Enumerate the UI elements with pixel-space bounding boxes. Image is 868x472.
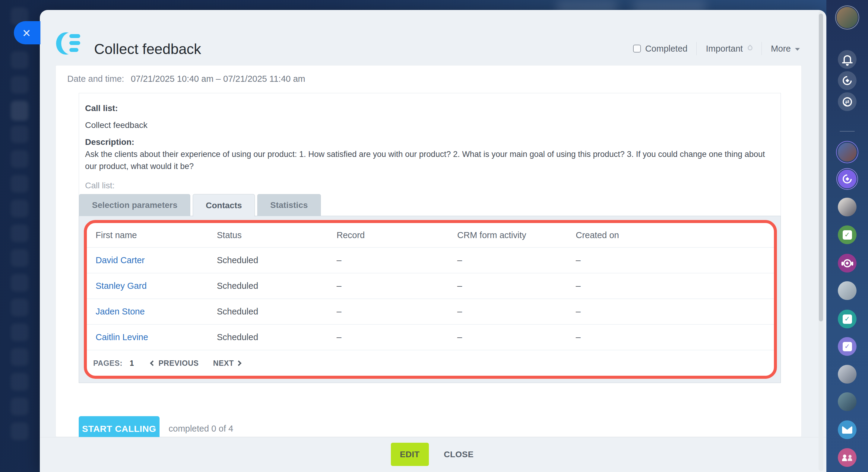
contacts-button[interactable] — [838, 448, 857, 467]
chevron-down-icon — [795, 48, 800, 51]
copilot-chat-button[interactable] — [838, 170, 857, 188]
tab-statistics[interactable]: Statistics — [257, 194, 321, 216]
crm-form-activity-cell: – — [457, 281, 576, 291]
tasks-chat-teal[interactable] — [838, 309, 857, 328]
column-header: Record — [337, 230, 457, 240]
edit-button[interactable]: EDIT — [391, 443, 429, 466]
modal-header: Collect feedback Completed Important Mor… — [40, 10, 826, 65]
next-page-button[interactable]: NEXT — [213, 359, 234, 367]
table-row: Stanley GardScheduled––– — [87, 273, 774, 298]
people-icon — [841, 452, 854, 463]
description-text: Ask the clients about their experience o… — [85, 148, 777, 172]
completed-label[interactable]: Completed — [645, 44, 687, 54]
page-number: 1 — [130, 359, 134, 367]
tab-contacts[interactable]: Contacts — [193, 194, 255, 216]
contact-name-link[interactable]: Caitlin Levine — [96, 332, 148, 342]
chat-avatar-3[interactable] — [838, 392, 857, 411]
crm-form-activity-cell: – — [457, 306, 576, 317]
mail-icon — [842, 426, 852, 434]
important-button[interactable]: Important — [706, 44, 752, 54]
app: × Collect feedback Completed Important — [0, 0, 868, 472]
faded-app-icon — [11, 76, 28, 93]
header-controls: Completed Important More — [633, 40, 800, 57]
scrollbar-track — [818, 11, 824, 471]
content-panel: Date and time: 07/21/2025 10:40 am – 07/… — [56, 65, 802, 437]
contact-name-link[interactable]: Stanley Gard — [96, 281, 147, 291]
created-on-cell: – — [576, 332, 774, 342]
support-bot-button[interactable] — [838, 254, 857, 272]
faded-app-icon — [11, 299, 28, 316]
progress-text: completed 0 of 4 — [168, 424, 233, 434]
contact-name-link[interactable]: Jaden Stone — [96, 306, 145, 316]
table-row: David CarterScheduled––– — [87, 247, 774, 273]
description-label: Description: — [85, 137, 134, 147]
close-slider-button[interactable]: × — [14, 21, 40, 45]
chevron-right-icon[interactable] — [236, 360, 242, 366]
tasks-chat-green[interactable] — [838, 226, 857, 244]
status-cell: Scheduled — [217, 255, 337, 265]
contact-name-link[interactable]: David Carter — [96, 255, 145, 265]
table-header-row: First nameStatusRecordCRM form activityC… — [87, 223, 774, 247]
faded-app-icon — [11, 225, 28, 242]
checkbox-icon[interactable] — [633, 45, 641, 53]
completed-checkbox[interactable]: Completed — [633, 44, 687, 54]
close-button[interactable]: CLOSE — [442, 449, 476, 460]
previous-page-button[interactable]: PREVIOUS — [158, 359, 198, 367]
group-chat-avatar[interactable] — [838, 365, 857, 384]
created-on-cell: – — [576, 255, 774, 265]
important-label[interactable]: Important — [706, 44, 743, 54]
pages-label: PAGES: — [93, 359, 122, 367]
faded-app-icon — [11, 125, 28, 143]
column-header: Created on — [576, 230, 774, 240]
chat-avatar-1[interactable] — [838, 143, 857, 161]
task-icon — [843, 342, 852, 351]
date-time-row: Date and time: 07/21/2025 10:40 am – 07/… — [67, 74, 305, 84]
faded-app-icon — [11, 398, 28, 415]
copilot-icon — [841, 173, 854, 185]
chat-avatar-2[interactable] — [838, 198, 857, 216]
left-sidebar — [0, 0, 40, 472]
close-icon: × — [23, 26, 31, 40]
call-list-info-box: Call list: Collect feedback Description:… — [79, 93, 781, 382]
rail-divider — [840, 131, 855, 131]
faded-app-icon — [11, 150, 28, 168]
more-label[interactable]: More — [771, 44, 791, 54]
status-cell: Scheduled — [217, 332, 337, 342]
mail-button[interactable] — [838, 420, 857, 439]
more-menu-button[interactable]: More — [771, 44, 800, 54]
record-cell: – — [337, 332, 457, 342]
table-row: Caitlin LevineScheduled––– — [87, 324, 774, 350]
cat-assistant-avatar[interactable] — [838, 281, 857, 300]
faded-app-icon — [11, 422, 28, 440]
chevron-left-icon[interactable] — [150, 360, 156, 366]
record-cell: – — [337, 255, 457, 265]
flame-icon — [747, 45, 754, 52]
copilot-button[interactable] — [838, 71, 857, 90]
faded-app-icon — [11, 200, 28, 217]
messenger-button[interactable]: ⇄ — [838, 92, 857, 111]
tasks-chat-violet[interactable] — [838, 337, 857, 356]
page-title: Collect feedback — [94, 41, 201, 57]
user-avatar[interactable] — [837, 7, 858, 28]
faded-app-icon — [11, 51, 28, 69]
record-cell: – — [337, 281, 457, 291]
right-sidebar: ⇄ — [826, 0, 868, 472]
crm-form-activity-cell: – — [457, 255, 576, 265]
tab-selection-parameters[interactable]: Selection parameters — [79, 194, 190, 216]
column-header: Status — [217, 230, 337, 240]
faded-app-icon — [11, 274, 28, 292]
table-body: David CarterScheduled–––Stanley GardSche… — [87, 247, 774, 350]
record-cell: – — [337, 306, 457, 317]
faded-app-icon — [11, 373, 28, 390]
call-list-secondary-label: Call list: — [85, 181, 115, 190]
modal-footer: EDIT CLOSE — [40, 437, 826, 472]
date-time-value: 07/21/2025 10:40 am – 07/21/2025 11:40 a… — [131, 74, 305, 84]
bot-icon — [843, 259, 851, 267]
faded-app-icon — [11, 324, 28, 341]
divider — [696, 42, 697, 55]
created-on-cell: – — [576, 281, 774, 291]
task-icon — [843, 315, 852, 324]
notifications-button[interactable] — [838, 50, 857, 69]
tab-content: First nameStatusRecordCRM form activityC… — [79, 216, 781, 383]
scrollbar-thumb[interactable] — [819, 13, 823, 321]
